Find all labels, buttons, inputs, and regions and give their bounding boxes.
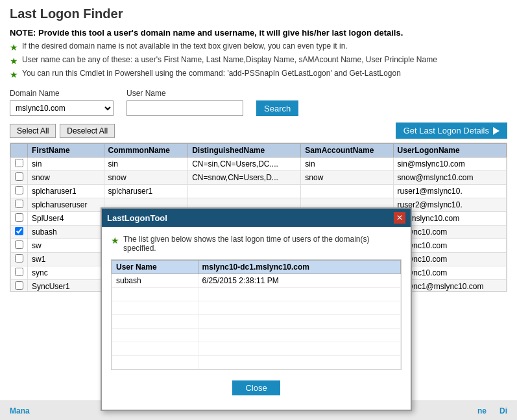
inner-header-row: User Name mslync10-dc1.mslync10.com bbox=[112, 261, 401, 274]
modal-body: ★ The list given below shows the last lo… bbox=[102, 227, 411, 410]
row-checkbox-cell bbox=[11, 226, 28, 239]
domain-select[interactable]: mslync10.com bbox=[10, 100, 114, 116]
row-checkbox-2[interactable] bbox=[15, 186, 23, 194]
col-checkbox bbox=[11, 144, 28, 158]
star-icon-2: ★ bbox=[10, 56, 18, 66]
row-firstname: subash bbox=[28, 226, 104, 239]
arrow-right-icon bbox=[493, 127, 499, 135]
row-firstname: SplUser4 bbox=[28, 212, 104, 226]
search-button[interactable]: Search bbox=[256, 100, 298, 116]
row-checkbox-5[interactable] bbox=[15, 227, 23, 235]
page-title: Last Logon Finder bbox=[10, 6, 507, 21]
inner-empty-row bbox=[112, 342, 401, 356]
get-logon-button[interactable]: Get Last Logon Details bbox=[396, 122, 507, 139]
row-dn bbox=[188, 185, 301, 198]
domain-label: Domain Name bbox=[10, 89, 114, 98]
row-checkbox-cell bbox=[11, 212, 28, 226]
modal-note-text: The list given below shows the last logo… bbox=[123, 235, 402, 253]
select-all-button[interactable]: Select All bbox=[10, 124, 56, 138]
row-firstname: sw bbox=[28, 239, 104, 253]
note-text-1: If the desired domain name is not availa… bbox=[22, 41, 348, 51]
actions-row: Select All Deselect All Get Last Logon D… bbox=[10, 122, 507, 139]
row-sam: sin bbox=[301, 158, 393, 171]
table-row: snow snow CN=snow,CN=Users,D... snow sno… bbox=[11, 171, 507, 185]
modal-footer: Close bbox=[111, 377, 402, 402]
row-checkbox-cell bbox=[11, 266, 28, 280]
empty-cell bbox=[198, 288, 400, 301]
note-item-1: ★ If the desired domain name is not avai… bbox=[10, 41, 507, 52]
inner-logontime: 6/25/2015 2:38:11 PM bbox=[198, 274, 400, 288]
empty-cell bbox=[112, 342, 198, 356]
row-checkbox-cell bbox=[11, 280, 28, 292]
row-firstname: snow bbox=[28, 171, 104, 185]
row-firstname: sin bbox=[28, 158, 104, 171]
star-icon-3: ★ bbox=[10, 69, 18, 80]
row-checkbox-6[interactable] bbox=[15, 240, 23, 249]
row-checkbox-cell bbox=[11, 253, 28, 266]
note-text-3: You can run this Cmdlet in Powershell us… bbox=[22, 69, 401, 78]
row-checkbox-cell bbox=[11, 171, 28, 185]
row-checkbox-8[interactable] bbox=[15, 268, 23, 276]
note-text-2: User name can be any of these: a user's … bbox=[22, 55, 437, 64]
note-item-3: ★ You can run this Cmdlet in Powershell … bbox=[10, 69, 507, 80]
modal-note: ★ The list given below shows the last lo… bbox=[111, 235, 402, 253]
row-dn: CN=sin,CN=Users,DC.... bbox=[188, 158, 301, 171]
row-checkbox-0[interactable] bbox=[15, 159, 23, 167]
table-header-row: FirstName CommmonName DistinguishedName … bbox=[11, 144, 507, 158]
row-checkbox-4[interactable] bbox=[15, 213, 23, 222]
col-commonname: CommmonName bbox=[104, 144, 188, 158]
row-checkbox-cell bbox=[11, 185, 28, 198]
left-actions: Select All Deselect All bbox=[10, 124, 115, 138]
main-container: Last Logon Finder NOTE: Provide this too… bbox=[0, 0, 517, 420]
inner-table-container: User Name mslync10-dc1.mslync10.com suba… bbox=[111, 259, 402, 370]
row-checkbox-3[interactable] bbox=[15, 200, 23, 208]
bottom-right-text: ne bbox=[477, 406, 487, 415]
empty-cell bbox=[112, 315, 198, 329]
modal-close-button[interactable]: Close bbox=[232, 380, 280, 395]
empty-cell bbox=[112, 288, 198, 301]
inner-table-row: subash 6/25/2015 2:38:11 PM bbox=[112, 274, 401, 288]
user-group: User Name bbox=[126, 89, 243, 116]
form-row: Domain Name mslync10.com User Name Searc… bbox=[10, 89, 507, 116]
empty-cell bbox=[198, 329, 400, 342]
inner-col-logontime: mslync10-dc1.mslync10.com bbox=[198, 261, 400, 274]
row-checkbox-cell bbox=[11, 239, 28, 253]
row-logon: sin@mslync10.com bbox=[393, 158, 506, 171]
bottom-brand: Di bbox=[499, 406, 507, 415]
col-sam: SamAccountName bbox=[301, 144, 393, 158]
row-firstname: splcharuseruser bbox=[28, 198, 104, 212]
bottom-left-text: Mana bbox=[10, 406, 30, 415]
empty-cell bbox=[198, 356, 400, 369]
note-item-2: ★ User name can be any of these: a user'… bbox=[10, 55, 507, 66]
row-checkbox-cell bbox=[11, 198, 28, 212]
empty-cell bbox=[112, 301, 198, 315]
star-icon-1: ★ bbox=[10, 42, 18, 52]
table-row: sin sin CN=sin,CN=Users,DC.... sin sin@m… bbox=[11, 158, 507, 171]
row-checkbox-cell bbox=[11, 158, 28, 171]
col-dn: DistinguishedName bbox=[188, 144, 301, 158]
row-sam bbox=[301, 185, 393, 198]
inner-empty-row bbox=[112, 315, 401, 329]
user-input[interactable] bbox=[126, 100, 243, 116]
table-row: splcharuser1 splcharuser1 ruser1@mslync1… bbox=[11, 185, 507, 198]
row-logon: ruser1@mslync10. bbox=[393, 185, 506, 198]
empty-cell bbox=[198, 301, 400, 315]
modal-star-icon: ★ bbox=[111, 235, 119, 246]
empty-cell bbox=[198, 342, 400, 356]
col-firstname: FirstName bbox=[28, 144, 104, 158]
inner-empty-row bbox=[112, 301, 401, 315]
row-checkbox-7[interactable] bbox=[15, 254, 23, 262]
row-firstname: SyncUser1 bbox=[28, 280, 104, 292]
modal-title: LastLogonTool bbox=[107, 213, 167, 223]
col-logon: UserLogonName bbox=[393, 144, 506, 158]
inner-empty-row bbox=[112, 288, 401, 301]
empty-cell bbox=[198, 315, 400, 329]
row-checkbox-1[interactable] bbox=[15, 172, 23, 181]
row-logon: snow@mslync10.com bbox=[393, 171, 506, 185]
row-checkbox-9[interactable] bbox=[15, 281, 23, 290]
user-label: User Name bbox=[126, 89, 243, 98]
row-sam: snow bbox=[301, 171, 393, 185]
modal-close-x-button[interactable]: ✕ bbox=[394, 212, 405, 224]
empty-cell bbox=[112, 356, 198, 369]
deselect-all-button[interactable]: Deselect All bbox=[60, 124, 115, 138]
